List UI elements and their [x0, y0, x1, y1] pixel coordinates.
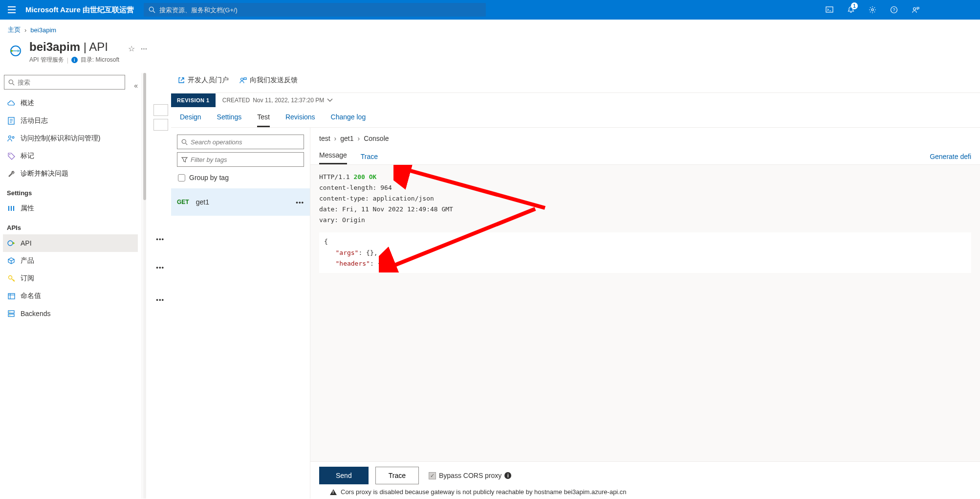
svg-point-19 — [12, 136, 14, 138]
header-content-length: content-length: 964 — [319, 182, 971, 193]
filter-tags-input[interactable] — [191, 156, 300, 163]
operations-pane: Group by tag GET get1 ••• — [171, 128, 310, 499]
tab-revisions[interactable]: Revisions — [285, 113, 315, 127]
sidebar-item-access-control[interactable]: 访问控制(标识和访问管理) — [3, 130, 138, 147]
gutter-box[interactable] — [153, 119, 168, 131]
search-icon — [181, 139, 188, 145]
svg-rect-26 — [8, 294, 15, 299]
tab-settings[interactable]: Settings — [217, 113, 242, 127]
global-search[interactable] — [144, 3, 486, 17]
operation-name-label: get1 — [196, 198, 209, 206]
svg-rect-0 — [8, 6, 16, 7]
more-button[interactable]: ⋯ — [141, 45, 147, 52]
svg-text:?: ? — [893, 7, 895, 12]
gutter-box[interactable] — [153, 104, 168, 116]
tab-test[interactable]: Test — [257, 113, 270, 127]
svg-point-25 — [8, 275, 12, 279]
breadcrumb-home[interactable]: 主页 — [8, 25, 21, 34]
main-content: 开发人员门户 向我们发送反馈 REVISION 1 CREATED Nov 11… — [171, 73, 980, 499]
sidebar-item-activity-log[interactable]: 活动日志 — [3, 112, 138, 130]
gear-icon — [869, 6, 876, 14]
svg-point-3 — [149, 7, 153, 11]
header-vary: vary: Origin — [319, 215, 971, 226]
bypass-cors-checkbox[interactable]: ✓ Bypass CORS proxy i — [429, 472, 511, 479]
sidebar-item-subscriptions[interactable]: 订阅 — [3, 270, 138, 287]
sidebar: « 概述 活动日志 访问控制(标识和访问管理) 标记 诊断并解决问题 Setti… — [0, 73, 142, 499]
tab-message[interactable]: Message — [319, 151, 347, 164]
breadcrumb-separator: › — [24, 26, 26, 34]
svg-rect-30 — [8, 314, 14, 317]
notifications-button[interactable]: 1 — [840, 0, 862, 20]
revision-created-prefix: CREATED — [222, 97, 250, 104]
filter-tags[interactable] — [177, 152, 304, 167]
search-operations-input[interactable] — [191, 138, 300, 146]
svg-rect-21 — [8, 206, 9, 211]
account-area[interactable] — [926, 0, 980, 20]
breadcrumb-current[interactable]: bei3apim — [30, 26, 56, 34]
send-feedback-link[interactable]: 向我们发送反馈 — [240, 76, 298, 85]
info-icon[interactable]: i — [504, 472, 511, 479]
sidebar-search-input[interactable] — [15, 79, 121, 86]
more-icon[interactable]: ••• — [156, 235, 164, 243]
sidebar-item-backends[interactable]: Backends — [3, 305, 138, 322]
svg-point-18 — [9, 136, 11, 138]
server-icon — [7, 309, 16, 318]
top-bar: Microsoft Azure 由世纪互联运营 1 ? — [0, 0, 980, 20]
svg-rect-2 — [8, 12, 16, 13]
generate-definition-link[interactable]: Generate defi — [930, 153, 971, 164]
gutter-column: ••• ••• ••• — [142, 73, 171, 499]
global-search-input[interactable] — [155, 6, 481, 14]
cloud-icon — [7, 99, 16, 108]
operation-more-button[interactable]: ••• — [296, 199, 304, 206]
cloud-shell-button[interactable] — [819, 0, 840, 20]
more-icon[interactable]: ••• — [156, 264, 164, 271]
sidebar-search[interactable] — [4, 75, 125, 90]
scrollbar-thumb[interactable] — [143, 73, 146, 200]
svg-point-35 — [182, 139, 186, 143]
chevron-down-icon[interactable] — [327, 98, 333, 102]
console-breadcrumb: test› get1› Console — [310, 128, 980, 151]
help-button[interactable]: ? — [883, 0, 905, 20]
message-tabs: Message Trace Generate defi — [310, 151, 980, 165]
sidebar-item-api[interactable]: API — [3, 234, 138, 252]
sidebar-item-overview[interactable]: 概述 — [3, 94, 138, 112]
filter-icon — [181, 157, 188, 163]
notification-badge: 1 — [851, 2, 858, 9]
tab-design[interactable]: Design — [180, 113, 201, 127]
sidebar-item-products[interactable]: 产品 — [3, 252, 138, 270]
external-link-icon — [178, 77, 185, 84]
svg-rect-22 — [11, 206, 12, 211]
sidebar-item-named-values[interactable]: 命名值 — [3, 287, 138, 305]
svg-point-9 — [914, 8, 916, 10]
dev-portal-link[interactable]: 开发人员门户 — [178, 76, 229, 85]
search-operations[interactable] — [177, 135, 304, 149]
sidebar-heading-settings: Settings — [3, 182, 138, 200]
svg-point-20 — [9, 154, 10, 155]
sidebar-item-diagnose[interactable]: 诊断并解决问题 — [3, 165, 138, 182]
send-button[interactable]: Send — [319, 467, 369, 484]
favorite-button[interactable]: ☆ — [128, 44, 135, 53]
group-by-tag-checkbox[interactable]: Group by tag — [177, 170, 304, 188]
sidebar-item-properties[interactable]: 属性 — [3, 200, 138, 217]
apim-icon — [8, 43, 23, 59]
person-feedback-icon — [912, 6, 919, 14]
tab-trace[interactable]: Trace — [361, 153, 378, 164]
trace-button[interactable]: Trace — [375, 467, 419, 484]
menu-button[interactable] — [0, 0, 23, 20]
sidebar-item-tags[interactable]: 标记 — [3, 147, 138, 165]
feedback-button[interactable] — [905, 0, 926, 20]
revision-label: REVISION 1 — [171, 93, 216, 107]
revision-created-value: Nov 11, 2022, 12:37:20 PM — [253, 97, 324, 104]
collapse-sidebar-button[interactable]: « — [134, 82, 138, 90]
checkbox-icon: ✓ — [429, 472, 436, 479]
tab-change-log[interactable]: Change log — [331, 113, 366, 127]
operation-row-get1[interactable]: GET get1 ••• — [171, 188, 310, 216]
search-icon — [149, 6, 155, 13]
breadcrumb: 主页 › bei3apim — [0, 20, 980, 38]
cors-warning: Cors proxy is disabled because gateway i… — [319, 484, 971, 496]
cloudshell-icon — [826, 6, 833, 14]
header-date: date: Fri, 11 Nov 2022 12:49:48 GMT — [319, 204, 971, 215]
settings-button[interactable] — [862, 0, 883, 20]
sidebar-heading-apis: APIs — [3, 217, 138, 234]
more-icon[interactable]: ••• — [156, 296, 164, 303]
